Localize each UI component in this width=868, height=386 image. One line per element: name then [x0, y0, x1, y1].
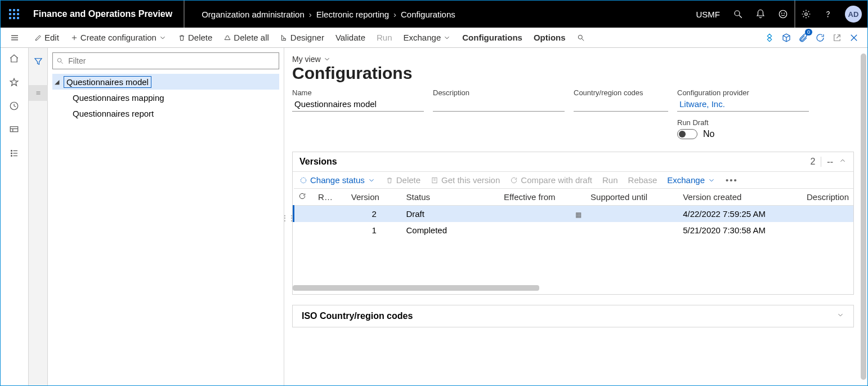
svg-line-13 — [581, 38, 584, 41]
star-icon[interactable] — [9, 77, 20, 88]
country-field[interactable] — [574, 98, 668, 112]
svg-line-29 — [61, 62, 62, 64]
cycle-icon — [299, 176, 307, 184]
chevron-right-icon: › — [309, 10, 312, 19]
tree-item[interactable]: Questionnaires mapping — [52, 90, 279, 105]
tree-caret-icon[interactable]: ◢ — [53, 78, 60, 86]
bell-icon[interactable] — [749, 1, 772, 28]
breadcrumb-item[interactable]: Electronic reporting — [316, 10, 389, 19]
change-status-button[interactable]: Change status — [299, 175, 375, 185]
options-button[interactable]: Options — [528, 28, 571, 48]
scrollbar[interactable] — [861, 54, 866, 380]
tree-item[interactable]: Questionnaires report — [52, 105, 279, 121]
designer-button[interactable]: Designer — [275, 28, 330, 48]
chevron-down-icon — [323, 55, 331, 63]
breadcrumb-item[interactable]: Configurations — [401, 10, 455, 19]
version-run-button: Run — [602, 175, 618, 185]
grid-column-header[interactable]: Version created — [678, 189, 802, 206]
versions-section: Versions 2 -- Change status Delete Get t… — [292, 152, 854, 295]
tree-item-label: Questionnaires mapping — [73, 93, 164, 103]
chevron-down-icon — [708, 176, 715, 184]
description-field[interactable] — [433, 98, 565, 112]
name-label: Name — [292, 88, 424, 97]
funnel-icon[interactable] — [29, 54, 48, 69]
grid-column-header[interactable]: Supported until — [586, 189, 678, 206]
grid-refresh-header[interactable] — [294, 189, 314, 206]
chevron-up-icon[interactable] — [839, 157, 847, 167]
svg-rect-17 — [10, 127, 18, 132]
calendar-icon[interactable]: ▦ — [575, 211, 581, 219]
grid-column-header[interactable]: Description — [802, 189, 853, 206]
breadcrumb-item[interactable]: Organization administration — [202, 10, 305, 19]
validate-button[interactable]: Validate — [330, 28, 371, 48]
search-action-icon[interactable] — [571, 28, 590, 48]
svg-point-4 — [784, 13, 785, 14]
svg-line-1 — [739, 15, 742, 18]
page-title: Configurations — [292, 64, 854, 83]
chevron-down-icon — [368, 176, 375, 184]
workspace-icon[interactable] — [9, 125, 20, 136]
svg-point-6 — [827, 16, 828, 17]
lines-icon[interactable] — [29, 85, 48, 101]
tree-item-label: Questionnaires report — [73, 109, 154, 118]
version-exchange-button[interactable]: Exchange — [667, 175, 715, 185]
grid-column-header[interactable]: Status — [401, 189, 499, 206]
chevron-down-icon — [159, 34, 167, 42]
chevron-down-icon — [443, 34, 451, 42]
iso-section[interactable]: ISO Country/region codes — [292, 305, 854, 327]
modules-icon[interactable] — [9, 148, 20, 159]
rundraft-value: No — [703, 129, 714, 139]
company-picker[interactable]: USMF — [690, 10, 727, 19]
delete-all-button[interactable]: Delete all — [218, 28, 275, 48]
app-title: Finance and Operations Preview — [28, 1, 185, 28]
version-delete-button: Delete — [386, 175, 420, 185]
configurations-button[interactable]: Configurations — [457, 28, 528, 48]
versions-title: Versions — [299, 157, 337, 167]
edit-button[interactable]: Edit — [29, 28, 65, 48]
svg-point-22 — [11, 153, 12, 154]
attach-icon[interactable]: 0 — [797, 31, 810, 45]
avatar[interactable]: AD — [845, 6, 862, 23]
grid-column-header[interactable]: Effective from — [499, 189, 586, 206]
table-row[interactable]: 1Completed5/21/2020 7:30:58 AM — [294, 222, 854, 238]
refresh-icon[interactable] — [813, 31, 827, 45]
iso-title: ISO Country/region codes — [302, 311, 413, 321]
more-icon[interactable]: ••• — [726, 175, 738, 185]
grid-column-header[interactable]: R… — [314, 189, 347, 206]
hamburger-icon[interactable] — [1, 33, 29, 43]
help-icon[interactable] — [817, 1, 839, 28]
tree-item-label: Questionnaires model — [64, 76, 151, 88]
search-icon[interactable] — [727, 1, 749, 28]
create-configuration-button[interactable]: Create configuration — [65, 28, 172, 48]
description-label: Description — [433, 88, 565, 97]
smile-icon[interactable] — [772, 1, 794, 28]
rundraft-label: Run Draft — [677, 118, 809, 127]
svg-point-30 — [301, 178, 306, 183]
delete-button[interactable]: Delete — [172, 28, 218, 48]
view-selector[interactable]: My view — [292, 55, 854, 64]
provider-field[interactable]: Litware, Inc. — [677, 98, 809, 112]
search-icon — [56, 57, 64, 65]
attach-badge: 0 — [805, 29, 812, 36]
close-icon[interactable] — [847, 31, 861, 45]
rundraft-toggle[interactable] — [677, 129, 697, 139]
diamond-icon[interactable] — [763, 31, 776, 45]
popout-icon[interactable] — [830, 31, 844, 45]
gear-icon[interactable] — [794, 1, 817, 28]
compare-button: Compare with draft — [510, 175, 592, 185]
exchange-button[interactable]: Exchange — [398, 28, 457, 48]
rebase-button: Rebase — [628, 175, 657, 185]
recent-icon[interactable] — [9, 101, 20, 112]
svg-point-12 — [578, 35, 582, 39]
home-icon[interactable] — [9, 54, 20, 65]
horizontal-scrollbar[interactable] — [293, 285, 539, 291]
tree-filter-input[interactable] — [52, 52, 279, 69]
box-icon[interactable] — [780, 31, 793, 45]
table-row[interactable]: 2Draft▦4/22/2022 7:59:25 AM — [294, 206, 854, 223]
svg-point-20 — [11, 150, 12, 152]
tree-item[interactable]: ◢Questionnaires model — [52, 74, 279, 90]
name-field[interactable]: Questionnaires model — [292, 98, 424, 112]
grid-column-header[interactable]: Version — [347, 189, 402, 206]
main-pane: My view Configurations Name Questionnair… — [284, 48, 867, 385]
app-launcher-icon[interactable] — [1, 1, 28, 28]
